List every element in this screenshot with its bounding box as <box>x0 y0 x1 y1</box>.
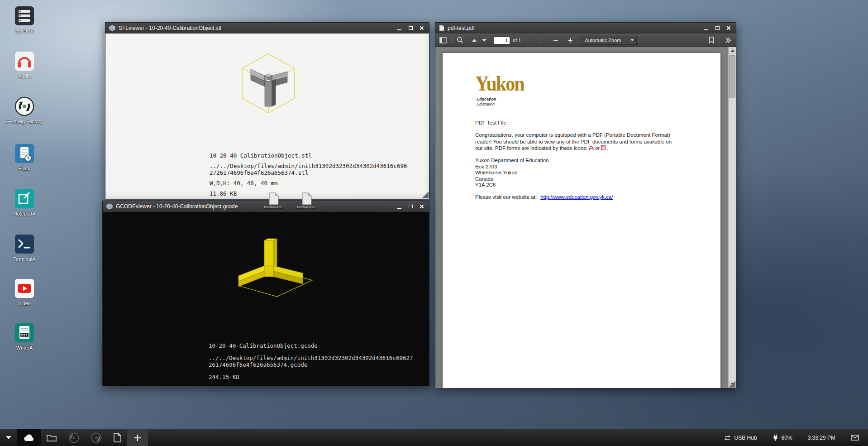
minimize-button[interactable] <box>396 25 403 32</box>
gcode-viewer-window: GCODEviewer - 10-20-40-CalibrationObject… <box>102 201 429 386</box>
close-icon <box>420 204 424 209</box>
pdf-page: Yukon Education Éducation PDF Test File … <box>443 53 720 388</box>
pdf-content-area[interactable]: Yukon Education Éducation PDF Test File … <box>435 47 736 388</box>
taskbar-app-button-2[interactable] <box>85 429 108 446</box>
taskbar-app-button-1[interactable] <box>62 429 85 446</box>
taskbar-menu-button[interactable] <box>0 429 17 446</box>
desktop-icon-notepada[interactable]: NotepadA <box>5 188 43 217</box>
website-link[interactable]: http://www.education.gov.yk.ca/ <box>540 194 613 200</box>
arrow-down-icon <box>482 39 486 42</box>
stl-viewer-window: STLviewer - 10-20-40-CalibrationObject.s… <box>105 22 429 199</box>
resize-grip[interactable] <box>729 381 735 388</box>
window-title: GCODEviewer - 10-20-40-CalibrationObject… <box>116 203 238 210</box>
taskbar-files-button[interactable] <box>41 429 62 446</box>
maximize-icon <box>409 26 413 30</box>
battery-indicator[interactable]: 60% <box>773 434 792 441</box>
taskbar-add-button[interactable] <box>127 429 148 446</box>
power-plug-icon <box>773 434 778 441</box>
previous-page-button[interactable] <box>469 35 479 45</box>
stl-titlebar[interactable]: STLviewer - 10-20-40-CalibrationObject.s… <box>105 23 429 34</box>
stl-filename: 10-20-40-CalibrationObject.stl <box>210 152 407 159</box>
scroll-up-button[interactable] <box>729 47 736 54</box>
desktop-file-gcode[interactable]: 10-20-40-Ca... <box>293 192 320 209</box>
sidebar-toggle-button[interactable] <box>438 35 448 45</box>
stl-path-line1: ../../Desktop/files/admin/inith31302d323… <box>210 163 407 169</box>
stl-file-info: 10-20-40-CalibrationObject.stl ../../Des… <box>210 152 407 197</box>
desktop-file-stl[interactable]: 10-20-40-Ca... <box>260 192 287 209</box>
minimize-button[interactable] <box>702 25 710 32</box>
minimize-icon <box>704 29 708 30</box>
minus-icon <box>553 40 558 41</box>
audio-icon <box>14 51 35 72</box>
file-label: 10-20-40-Ca... <box>263 206 284 209</box>
usb-hub-indicator[interactable]: USB Hub <box>724 435 757 441</box>
maximize-button[interactable] <box>407 203 414 210</box>
window-controls <box>702 25 732 32</box>
gcode-viewport[interactable]: 10-20-40-CalibrationObject.gcode ../../D… <box>103 212 429 386</box>
gcode-filesize: 244.15 KB <box>209 374 413 380</box>
yukon-logo: Yukon <box>475 72 524 96</box>
battery-percent-label: 60% <box>782 435 792 441</box>
desktop: { "desktop": { "icons": [ { "label": "My… <box>0 0 868 446</box>
app-disc-icon <box>91 432 102 443</box>
pdf-titlebar[interactable]: pdf-test.pdf <box>435 23 736 34</box>
envelope-icon <box>851 435 859 441</box>
gcode-path-line2: 26174696f6e4f626a656374.gcode <box>209 361 413 368</box>
window-controls <box>396 203 425 210</box>
toolbar-separator <box>451 36 452 44</box>
close-button[interactable] <box>725 25 732 32</box>
cloud-icon <box>23 434 35 442</box>
stl-viewport[interactable]: 10-20-40-CalibrationObject.stl ../../Des… <box>105 34 429 199</box>
mail-indicator[interactable] <box>851 435 859 441</box>
next-page-button[interactable] <box>479 35 489 45</box>
website-label: Please visit our website at: <box>475 194 537 200</box>
zoom-out-button[interactable] <box>551 35 561 45</box>
page-number-input[interactable] <box>494 36 510 44</box>
resize-grip[interactable] <box>422 192 429 198</box>
desktop-icon-audio[interactable]: Audio <box>5 51 43 79</box>
stl-3d-model <box>221 49 316 131</box>
folder-icon <box>47 434 57 441</box>
minimize-icon <box>397 29 401 30</box>
file-icon <box>268 192 280 205</box>
desktop-icon-label: NotepadA <box>14 211 36 217</box>
paragraph-line2: reader! You should be able to view any o… <box>475 139 692 145</box>
maximize-button[interactable] <box>407 25 414 32</box>
window-controls <box>396 25 425 32</box>
host-icon <box>14 5 35 26</box>
vertical-scrollbar[interactable] <box>728 47 736 388</box>
desktop-icon-filary[interactable]: Filary <box>5 143 43 172</box>
window-title: STLviewer - 10-20-40-CalibrationObject.s… <box>119 25 221 31</box>
taskbar-pdf-button[interactable] <box>108 429 127 446</box>
maximize-button[interactable] <box>714 25 721 32</box>
app-disc-icon <box>68 432 79 443</box>
more-tools-button[interactable] <box>723 35 733 45</box>
close-button[interactable] <box>418 203 425 210</box>
desktop-icon-ffmpeg-factory[interactable]: FFmpeg Factory <box>5 96 43 125</box>
website-line: Please visit our website at:http://www.e… <box>475 194 613 200</box>
zoom-level-select[interactable]: Automatic Zoom <box>582 36 637 45</box>
scrollbar-thumb[interactable] <box>729 55 735 98</box>
close-icon <box>420 26 424 30</box>
desktop-icon-label: Filary <box>19 166 31 172</box>
desktop-icon-writera[interactable]: WriterA <box>5 322 43 351</box>
close-button[interactable] <box>418 25 425 32</box>
clock-label: 3:33:29 PM <box>808 435 835 441</box>
search-icon <box>457 37 463 43</box>
toolbar-right-group <box>706 35 733 45</box>
taskbar-cloud-button[interactable] <box>17 429 41 446</box>
paragraph-line1: Congratulations, your computer is equipp… <box>475 132 692 139</box>
zoom-in-button[interactable] <box>565 35 575 45</box>
desktop-icon-terminala[interactable]: TerminalA <box>5 234 43 262</box>
app-cube-icon <box>106 203 113 210</box>
find-button[interactable] <box>455 35 465 45</box>
bookmark-button[interactable] <box>706 35 716 45</box>
clock[interactable]: 3:33:29 PM <box>808 435 835 441</box>
desktop-icon-my-host[interactable]: My Host <box>5 5 43 34</box>
ffmpeg-icon <box>14 96 35 117</box>
desktop-icon-video[interactable]: Video <box>5 278 43 307</box>
gcode-file-info: 10-20-40-CalibrationObject.gcode ../../D… <box>209 342 413 380</box>
minimize-button[interactable] <box>396 203 403 210</box>
document-paragraph: Congratulations, your computer is equipp… <box>475 132 692 152</box>
minimize-icon <box>397 208 401 209</box>
